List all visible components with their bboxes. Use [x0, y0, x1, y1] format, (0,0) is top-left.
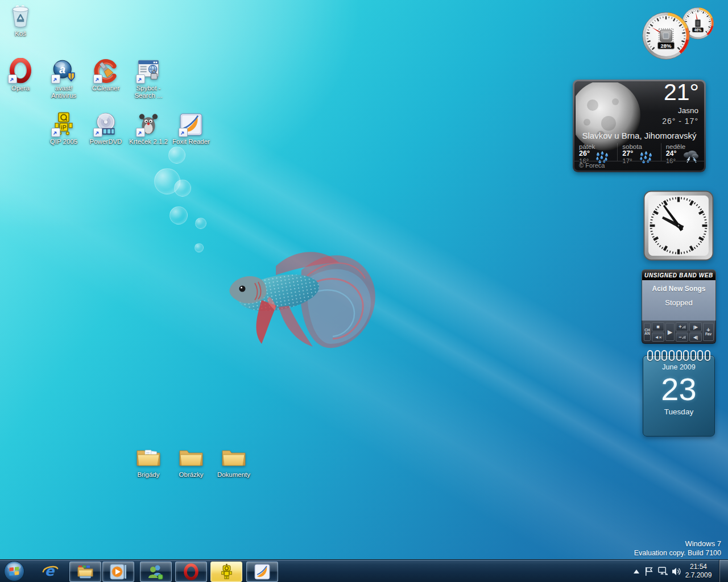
desktop-icon-opera[interactable]: Opera	[0, 58, 42, 92]
icon-label: PowerDVD	[90, 138, 122, 146]
favorite-button[interactable]: +Fav	[703, 323, 714, 341]
bubble	[169, 206, 188, 225]
clock-gadget[interactable]	[643, 190, 714, 264]
music-gadget-body: Acid New Songs Stopped	[642, 280, 716, 321]
desktop-icon-ccleaner[interactable]: CCleaner	[84, 58, 127, 92]
channel-button[interactable]: CHAN	[644, 323, 651, 341]
stop-button[interactable]: ■	[652, 322, 664, 331]
volume-up-button[interactable]: +	[676, 322, 688, 331]
music-gadget-title: UNSIGNED BAND WEB	[642, 269, 716, 280]
folder-icon	[178, 444, 204, 471]
taskbar-item-foxit[interactable]	[246, 562, 278, 582]
desktop-icon-avast[interactable]: a avast! Antivirus	[42, 58, 85, 99]
opera-icon	[7, 58, 34, 84]
mute-button[interactable]: ◄×	[652, 332, 664, 342]
betta-fish-wallpaper	[222, 239, 381, 355]
icon-label: QIP 2005	[50, 138, 77, 146]
play-button[interactable]: ▶	[665, 323, 675, 341]
taskbar-item-internet-explorer[interactable]: e	[36, 562, 64, 581]
bubble	[195, 218, 206, 229]
foxit-icon	[178, 111, 204, 138]
desktop-folder-brigady[interactable]: Brigády	[127, 444, 170, 479]
icon-label: Brigády	[138, 471, 160, 479]
temperature-range: 26° - 17°	[662, 117, 698, 126]
shortcut-arrow-icon	[51, 128, 60, 137]
shortcut-arrow-icon	[136, 74, 145, 84]
folder-icon	[221, 444, 247, 471]
powerdvd-icon	[93, 111, 119, 138]
taskbar-item-opera[interactable]	[175, 562, 207, 582]
messenger-icon	[147, 563, 165, 580]
track-name: Acid New Songs	[642, 280, 715, 293]
forecast-row: pátek 26° 16° sobota 27°	[574, 143, 704, 161]
music-player-gadget[interactable]: UNSIGNED BAND WEB Acid New Songs Stopped…	[642, 269, 716, 344]
network-icon	[657, 566, 669, 577]
desktop-icon-foxit-reader[interactable]: Foxit Reader	[169, 111, 213, 146]
bubble	[174, 180, 191, 197]
music-controls: CHAN ■ ◄× ▶ + − |▶ ◀| +Fav	[642, 321, 716, 344]
flag-icon	[644, 566, 655, 577]
start-button[interactable]	[3, 560, 25, 582]
icon-label: CCleaner	[92, 85, 120, 92]
desktop-icon-spybot[interactable]: Spybot - Search ...	[127, 58, 170, 99]
forecast-day[interactable]: sobota 27° 17°	[617, 143, 660, 161]
icon-label: avast! Antivirus	[42, 85, 85, 99]
shortcut-arrow-icon	[8, 74, 17, 84]
forecast-day[interactable]: neděle 24° 16°	[661, 143, 704, 161]
icon-label: Spybot - Search ...	[127, 85, 170, 99]
volume-down-button[interactable]: −	[676, 332, 688, 342]
weather-copyright: © Foreca	[574, 161, 704, 171]
tray-clock[interactable]: 21:54 2.7.2009	[680, 562, 717, 580]
previous-button[interactable]: ◀|	[689, 332, 702, 342]
weather-gadget[interactable]: 21° Jasno 26° - 17° Slavkov u Brna, Jiho…	[573, 80, 706, 172]
cpu-meter-gadget[interactable]: 46% 28%	[642, 7, 717, 63]
action-center-button[interactable]	[643, 564, 655, 578]
spybot-icon	[135, 58, 162, 84]
svg-text:e: e	[45, 563, 55, 579]
qip-icon	[219, 564, 234, 580]
tray-time: 21:54	[680, 563, 717, 571]
taskbar-item-messenger[interactable]	[140, 562, 172, 582]
qip-icon: iP	[51, 111, 77, 138]
taskbar-item-qip[interactable]	[210, 562, 242, 582]
taskbar-item-windows-explorer[interactable]	[69, 562, 101, 582]
shortcut-arrow-icon	[136, 128, 145, 137]
recycle-bin-icon	[7, 3, 34, 30]
icon-label: Opera	[11, 85, 30, 92]
desktop-icon-qip-2005[interactable]: iP QIP 2005	[42, 111, 85, 146]
krtecek-icon	[135, 111, 162, 138]
desktop-icon-recycle-bin[interactable]: Koš	[0, 3, 42, 38]
show-desktop-button[interactable]	[719, 560, 728, 582]
desktop-folder-dokumenty[interactable]: Dokumenty	[212, 444, 255, 479]
taskbar-item-media-player[interactable]	[102, 562, 134, 582]
desktop-background[interactable]: Koš Opera a avast! Ant	[0, 0, 728, 582]
ram-percent: 46%	[694, 28, 702, 32]
calendar-gadget[interactable]: June 2009 23 Tuesday	[643, 350, 715, 436]
calendar-weekday: Tuesday	[643, 408, 714, 416]
network-status-icon[interactable]	[656, 564, 669, 578]
calendar-day: 23	[643, 371, 714, 408]
avast-icon: a	[51, 58, 77, 84]
bubble	[195, 243, 204, 252]
folder-icon	[135, 444, 162, 471]
icon-label: Foxit Reader	[172, 138, 210, 146]
next-button[interactable]: |▶	[689, 322, 702, 331]
explorer-folder-icon	[76, 564, 94, 580]
desktop-folder-obrazky[interactable]: Obrázky	[169, 444, 213, 479]
weather-location: Slavkov u Brna, Jihomoravský	[574, 131, 704, 140]
current-temperature: 21°	[664, 81, 699, 106]
calendar-page: June 2009 23 Tuesday	[643, 355, 715, 436]
ccleaner-icon	[93, 58, 119, 84]
volume-bars-icon	[682, 336, 685, 339]
shortcut-arrow-icon	[51, 74, 60, 84]
taskbar: e	[0, 559, 728, 582]
desktop-icon-krtecek[interactable]: Krteček 2.1.2	[127, 111, 170, 146]
desktop-icon-powerdvd[interactable]: PowerDVD	[84, 111, 127, 146]
show-hidden-icons-button[interactable]	[630, 564, 643, 578]
forecast-day[interactable]: pátek 26° 16°	[574, 143, 617, 161]
cpu-percent: 28%	[661, 43, 672, 49]
volume-bars-icon	[682, 326, 685, 329]
bubble	[168, 147, 185, 164]
icon-label: Dokumenty	[217, 471, 250, 479]
windows-watermark: Windows 7 Evaluation copy. Build 7100	[634, 539, 721, 558]
